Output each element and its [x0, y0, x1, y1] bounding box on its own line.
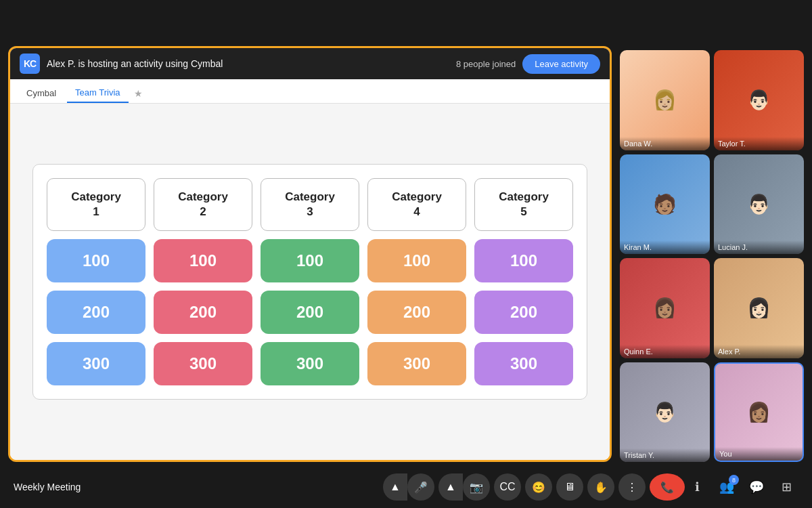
avatar-quinn: 👩🏽 [620, 258, 710, 358]
participant-name-dana: Dana W. [620, 137, 710, 150]
activity-header: KC Alex P. is hosting an activity using … [10, 48, 610, 79]
chevron-up-camera[interactable]: ▲ [438, 473, 463, 501]
avatar-alex: 👩🏻 [714, 258, 804, 358]
avatar-taylor: 👨🏻 [714, 50, 804, 150]
score-card-1-100[interactable]: 100 [47, 239, 145, 282]
activities-button[interactable]: ⊞ [774, 475, 798, 499]
participants-button[interactable]: 👥 8 [715, 475, 739, 499]
score-card-4-200[interactable]: 200 [367, 291, 466, 334]
top-bar [0, 0, 812, 46]
activity-panel: KC Alex P. is hosting an activity using … [0, 46, 812, 466]
score-card-3-300[interactable]: 300 [261, 342, 359, 385]
camera-button[interactable]: 📷 [463, 473, 490, 501]
raise-hand-button[interactable]: ✋ [587, 473, 614, 501]
score-card-1-200[interactable]: 200 [47, 291, 145, 334]
leave-activity-button[interactable]: Leave activity [522, 54, 600, 74]
meeting-name: Weekly Meeting [14, 482, 383, 492]
category-5-header: Category5 [474, 178, 573, 231]
participant-name-you: You [715, 447, 803, 461]
avatar-dana: 👩🏼 [620, 50, 710, 150]
participant-tile-you: 👩🏽 You [714, 362, 804, 463]
participant-tile-dana: 👩🏼 Dana W. [620, 50, 710, 150]
score-card-2-200[interactable]: 200 [154, 291, 252, 334]
score-card-3-200[interactable]: 200 [261, 291, 359, 334]
score-card-2-100[interactable]: 100 [154, 239, 252, 282]
avatar-you: 👩🏽 [715, 364, 803, 461]
cymbal-logo: KC [20, 54, 40, 74]
tab-team-trivia[interactable]: Team Trivia [67, 83, 128, 103]
score-card-5-300[interactable]: 300 [474, 342, 573, 385]
participant-tile-taylor: 👨🏻 Taylor T. [714, 50, 804, 150]
participant-tile-alex: 👩🏻 Alex P. [714, 258, 804, 358]
score-card-2-300[interactable]: 300 [154, 342, 252, 385]
participants-badge: 8 [729, 475, 739, 485]
score-card-4-100[interactable]: 100 [367, 239, 466, 282]
category-2-header: Category2 [154, 178, 252, 231]
participant-tile-quinn: 👩🏽 Quinn E. [620, 258, 710, 358]
participant-name-kiran: Kiran M. [620, 240, 710, 254]
participants-panel: 👩🏼 Dana W. 👨🏻 Taylor T. 🧑🏽 Kiran M. 👨🏻 L… [616, 46, 812, 466]
favorite-icon[interactable]: ★ [134, 88, 143, 99]
score-card-5-100[interactable]: 100 [474, 239, 573, 282]
score-card-1-300[interactable]: 300 [47, 342, 145, 385]
emoji-button[interactable]: 😊 [525, 473, 552, 501]
present-button[interactable]: 🖥 [556, 473, 583, 501]
end-call-button[interactable]: 📞 [650, 473, 685, 501]
participant-name-taylor: Taylor T. [714, 137, 804, 150]
people-count: 8 people joined [456, 59, 516, 69]
participant-tile-tristan: 👨🏻 Tristan Y. [620, 362, 710, 463]
chevron-up-mic[interactable]: ▲ [383, 473, 407, 501]
more-options-button[interactable]: ⋮ [618, 473, 646, 501]
activity-window: KC Alex P. is hosting an activity using … [8, 46, 612, 462]
right-controls: ℹ 👥 8 💬 ⊞ [685, 475, 798, 499]
participant-name-lucian: Lucian J. [714, 240, 804, 254]
camera-group: ▲ 📷 [438, 473, 490, 501]
participant-name-alex: Alex P. [714, 345, 804, 358]
info-button[interactable]: ℹ [685, 475, 709, 499]
participant-name-quinn: Quinn E. [620, 345, 710, 358]
captions-button[interactable]: CC [494, 473, 521, 501]
participant-name-tristan: Tristan Y. [620, 448, 710, 462]
avatar-lucian: 👨🏻 [714, 154, 804, 255]
mic-group: ▲ 🎤 [383, 473, 434, 501]
score-card-5-200[interactable]: 200 [474, 291, 573, 334]
participant-tile-lucian: 👨🏻 Lucian J. [714, 154, 804, 255]
avatar-kiran: 🧑🏽 [620, 154, 710, 255]
board-grid: Category1 Category2 Category3 Category4 … [32, 164, 587, 400]
score-card-4-300[interactable]: 300 [367, 342, 466, 385]
jeopardy-board: Category1 Category2 Category3 Category4 … [10, 104, 610, 460]
chat-button[interactable]: 💬 [744, 475, 769, 499]
category-3-header: Category3 [261, 178, 359, 231]
participant-tile-kiran: 🧑🏽 Kiran M. [620, 154, 710, 255]
avatar-tristan: 👨🏻 [620, 362, 710, 463]
score-card-3-100[interactable]: 100 [261, 239, 359, 282]
category-1-header: Category1 [47, 178, 145, 231]
toolbar-controls: ▲ 🎤 ▲ 📷 CC 😊 🖥 ✋ ⋮ 📞 [383, 473, 685, 501]
mic-button[interactable]: 🎤 [407, 473, 434, 501]
activity-tabs: Cymbal Team Trivia ★ [10, 79, 610, 104]
activity-title: Alex P. is hosting an activity using Cym… [47, 58, 449, 69]
tab-cymbal[interactable]: Cymbal [18, 84, 64, 102]
category-4-header: Category4 [367, 178, 466, 231]
bottom-toolbar: Weekly Meeting ▲ 🎤 ▲ 📷 CC 😊 🖥 ✋ ⋮ 📞 ℹ 👥 … [0, 466, 812, 508]
